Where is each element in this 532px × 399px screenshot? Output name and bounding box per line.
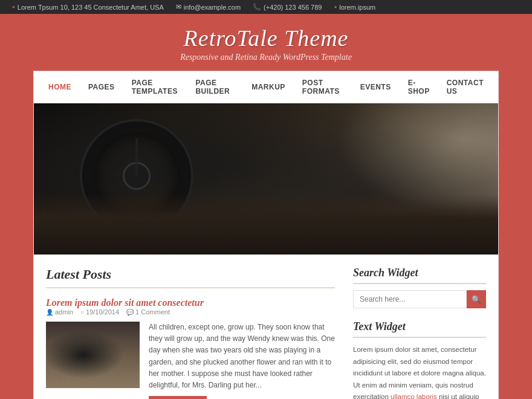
envelope-icon: ✉: [176, 3, 181, 11]
post-excerpt: All children, except one, grow up. They …: [149, 322, 335, 399]
text-widget-link[interactable]: ullamco laboris: [391, 393, 437, 399]
post-item: Lorem ipsum dolor sit amet consectetur 👤…: [46, 297, 335, 399]
search-box: 🔍: [353, 290, 486, 308]
calendar-icon: ○: [80, 309, 84, 316]
post-comments: 1 Comment: [135, 308, 170, 316]
phone-text: (+420) 123 456 789: [264, 4, 322, 11]
latest-posts-title: Latest Posts: [46, 267, 335, 288]
phone-info: 📞 (+420) 123 456 789: [253, 3, 322, 11]
phone-icon: 📞: [253, 3, 261, 11]
site-header: RetroTale Theme Responsive and Retina Re…: [0, 14, 532, 71]
comment-icon: 💬: [126, 309, 134, 316]
car-thumb-bg: [46, 322, 140, 388]
address-text: Lorem Tpsum 10, 123 45 Consectetur Amet,…: [18, 4, 164, 11]
search-widget-title: Search Widget: [353, 267, 486, 284]
dot-icon: ●: [12, 4, 15, 10]
nav-contact-us[interactable]: CONTACT US: [438, 71, 492, 103]
address-info: ● Lorem Tpsum 10, 123 45 Consectetur Ame…: [12, 4, 164, 11]
sidebar: Search Widget 🔍 Text Widget Lorem ipsum …: [353, 267, 486, 399]
nav-events[interactable]: EVENTS: [352, 76, 400, 99]
nav-page-templates[interactable]: PAGE TEMPLATES: [123, 71, 187, 103]
search-button[interactable]: 🔍: [467, 290, 486, 308]
main-container: HOME PAGES PAGE TEMPLATES PAGE BUILDER M…: [33, 71, 499, 399]
post-excerpt-text: All children, except one, grow up. They …: [149, 323, 335, 389]
domain-info: ● lorem.ipsum: [334, 4, 375, 11]
main-content: Latest Posts Lorem ipsum dolor sit amet …: [46, 267, 353, 399]
nav-home[interactable]: HOME: [40, 76, 80, 99]
hero-image: [34, 103, 498, 255]
post-comments-meta: 💬 1 Comment: [126, 308, 170, 316]
search-input[interactable]: [353, 290, 467, 308]
nav-post-formats[interactable]: POST FORMATS: [294, 71, 352, 103]
text-widget-title: Text Widget: [353, 320, 486, 338]
post-date-meta: ○ 19/10/2014: [80, 308, 119, 316]
nav-page-builder[interactable]: PAGE BUILDER: [187, 71, 243, 103]
site-subtitle: Responsive and Retina Ready WordPress Te…: [6, 53, 526, 62]
post-thumbnail: [46, 322, 140, 388]
user-icon: 👤: [46, 309, 53, 316]
nav-pages[interactable]: PAGES: [80, 76, 123, 99]
window-light: [317, 103, 498, 224]
main-nav: HOME PAGES PAGE TEMPLATES PAGE BUILDER M…: [34, 71, 498, 103]
post-content-row: All children, except one, grow up. They …: [46, 322, 335, 399]
email-text: info@example.com: [184, 4, 241, 11]
post-meta: 👤 admin ○ 19/10/2014 💬 1 Comment: [46, 308, 335, 316]
post-author: admin: [55, 308, 73, 316]
site-title: RetroTale Theme: [6, 25, 526, 51]
nav-eshop[interactable]: E-SHOP: [400, 71, 438, 103]
domain-text: lorem.ipsum: [339, 4, 375, 11]
post-date: 19/10/2014: [86, 308, 119, 316]
top-bar: ● Lorem Tpsum 10, 123 45 Consectetur Ame…: [0, 0, 532, 14]
dot2-icon: ●: [334, 4, 337, 10]
text-widget-content: Lorem ipsum dolor sit amet, consectetur …: [353, 344, 486, 399]
content-area: Latest Posts Lorem ipsum dolor sit amet …: [34, 255, 498, 399]
post-author-meta: 👤 admin: [46, 308, 73, 316]
email-info: ✉ info@example.com: [176, 3, 241, 11]
text-widget-intro: Lorem ipsum dolor sit amet, consectetur …: [353, 346, 486, 399]
nav-markup[interactable]: MARKUP: [243, 76, 294, 99]
read-more-button[interactable]: READ MORE: [149, 396, 207, 399]
post-title[interactable]: Lorem ipsum dolor sit amet consectetur: [46, 297, 204, 308]
